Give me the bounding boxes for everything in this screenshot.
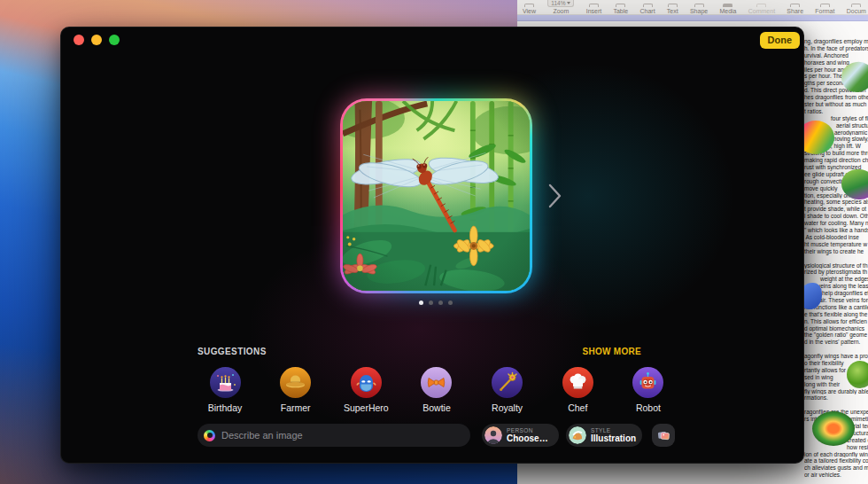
- document-text-line: ysiological structure of th: [804, 262, 868, 269]
- photos-picker-button[interactable]: [652, 424, 675, 447]
- next-image-button[interactable]: [548, 183, 562, 208]
- person-picker[interactable]: PERSON Choose…: [482, 424, 559, 447]
- carousel-dots: [419, 301, 453, 305]
- prompt-field[interactable]: [198, 424, 470, 447]
- table-icon: [616, 4, 625, 7]
- suggestion-chip-label: Chef: [568, 402, 587, 413]
- carousel-dot-1[interactable]: [419, 301, 423, 305]
- comment-icon: [756, 4, 766, 7]
- document-text-line: ion of each dragonfly wing: [804, 451, 868, 458]
- superhero-mask-icon: [351, 367, 382, 398]
- prompt-input[interactable]: [221, 430, 470, 441]
- scepter-icon: [492, 367, 523, 398]
- format-icon: [820, 4, 830, 7]
- suggestion-chip-birthday[interactable]: Birthday: [194, 367, 256, 413]
- shape-icon: [694, 4, 704, 7]
- document-text-line: l shade to cool down. Oth: [804, 213, 868, 220]
- suggestion-chip-label: SuperHero: [344, 402, 389, 413]
- document-text-line: " which looks like a hands: [804, 227, 868, 234]
- share-icon: [790, 4, 800, 7]
- suggestion-chip-label: Birthday: [208, 402, 243, 413]
- toolbar-item-view[interactable]: View: [523, 4, 536, 15]
- suggestion-chips: Birthday Farmer: [194, 367, 679, 413]
- toolbar-item-insert[interactable]: Insert: [586, 4, 602, 15]
- document-page: ng, dragonflies employ m h. In the face …: [804, 21, 868, 484]
- document-text-line: As cold-blooded inse: [804, 234, 868, 241]
- media-icon: [723, 4, 732, 7]
- toolbar-item-document[interactable]: Docum: [847, 4, 866, 15]
- style-picker-value: Illustration: [591, 433, 634, 443]
- carousel-dot-3[interactable]: [438, 301, 443, 305]
- image-playground-window: Done: [60, 27, 804, 464]
- illustration-style-icon: [569, 426, 586, 444]
- document-text-line: t provide shade, while ot: [804, 206, 868, 213]
- suggestion-chip-superhero[interactable]: SuperHero: [335, 367, 397, 413]
- pages-ruler: [517, 15, 868, 21]
- document-text-line: d optimal biomechanics: [804, 325, 868, 332]
- document-text-line: making rapid direction cha: [804, 157, 868, 164]
- suggestion-chip-chef[interactable]: Chef: [546, 367, 608, 413]
- document-text-line: ng, dragonflies employ m: [804, 38, 868, 45]
- document-text-line: e that's flexible along the: [804, 311, 868, 318]
- view-icon: [524, 4, 534, 7]
- style-picker[interactable]: STYLE Illustration: [566, 424, 642, 447]
- document-text-line: [804, 402, 868, 409]
- person-avatar-icon: [484, 426, 502, 444]
- minimize-button[interactable]: [91, 35, 102, 45]
- suggestion-chip-label: Bowtie: [422, 402, 451, 413]
- suggestion-chip-royalty[interactable]: Royalty: [477, 367, 539, 413]
- document-text-line: heating, some species als: [804, 199, 868, 206]
- suggestion-chip-label: Robot: [636, 402, 661, 413]
- document-text-line: n. This allows for efficien: [804, 318, 868, 325]
- toolbar-item-zoom[interactable]: 114% Zoom: [547, 0, 574, 15]
- generated-image-card[interactable]: [340, 98, 532, 293]
- style-picker-label: STYLE: [591, 427, 634, 433]
- pages-toolbar: View 114% Zoom Insert Table: [517, 0, 868, 15]
- document-text-line: ch alleviates gusts and mi: [804, 464, 868, 472]
- bowtie-icon: [421, 367, 452, 398]
- suggestion-chip-farmer[interactable]: Farmer: [265, 367, 327, 413]
- suggestion-chip-label: Farmer: [281, 402, 311, 413]
- close-button[interactable]: [74, 35, 84, 45]
- show-more-button[interactable]: SHOW MORE: [582, 347, 641, 356]
- chef-hat-icon: [562, 367, 593, 398]
- farmer-hat-icon: [280, 367, 311, 398]
- photos-stack-icon: [657, 429, 670, 442]
- toolbar-item-table[interactable]: Table: [613, 4, 628, 15]
- zoom-window-button[interactable]: [109, 35, 120, 45]
- carousel-dot-4[interactable]: [448, 301, 453, 305]
- document-text-line: weight at the edges: [804, 276, 868, 283]
- document-text-line: the "golden ratio" geome: [804, 332, 868, 339]
- document-text-line: their wings to create he: [804, 248, 868, 255]
- toolbar-item-comment: Comment: [748, 4, 775, 15]
- toolbar-item-text[interactable]: Text: [667, 4, 678, 15]
- toolbar-item-share[interactable]: Share: [787, 4, 803, 15]
- suggestion-chip-robot[interactable]: Robot: [617, 367, 679, 413]
- document-text-line: ster but without as much: [804, 101, 868, 108]
- zoom-dropdown[interactable]: 114%: [547, 0, 574, 7]
- text-icon: [668, 4, 678, 7]
- toolbar-item-format[interactable]: Format: [815, 4, 834, 15]
- document-text-line: [804, 255, 868, 262]
- desktop: View 114% Zoom Insert Table: [0, 0, 868, 484]
- document-text-line: water for cooling. Many n: [804, 220, 868, 227]
- person-picker-value: Choose…: [507, 433, 548, 443]
- chevron-down-icon: [567, 2, 570, 4]
- document-text-line: urvival. Anchored: [804, 52, 868, 59]
- window-controls: [74, 35, 120, 45]
- document-text-line: or air vehicles.: [804, 472, 868, 479]
- document-text-line: agonfly wings have a prote: [804, 353, 868, 360]
- generated-image-dragonfly: [343, 101, 530, 291]
- document-text-line: hes dragonflies from othe: [804, 94, 868, 101]
- carousel-dot-2[interactable]: [429, 301, 433, 305]
- done-button[interactable]: Done: [760, 32, 801, 49]
- toolbar-item-shape[interactable]: Shape: [690, 4, 708, 15]
- suggestion-chip-bowtie[interactable]: Bowtie: [406, 367, 468, 413]
- birthday-cake-icon: [210, 367, 241, 398]
- document-icon: [851, 4, 861, 7]
- robot-head-icon: [632, 367, 663, 398]
- toolbar-item-media[interactable]: Media: [719, 4, 736, 15]
- document-text-line: h. In the face of predators: [804, 45, 868, 52]
- toolbar-item-chart[interactable]: Chart: [639, 4, 655, 15]
- document-text-line: ate a tailored flexibility co: [804, 457, 868, 464]
